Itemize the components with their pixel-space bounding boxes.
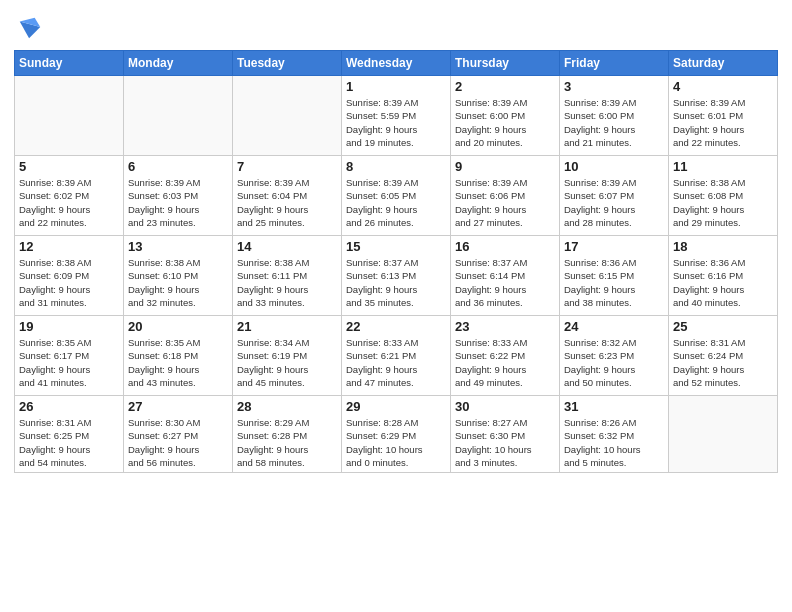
day-number: 9	[455, 159, 555, 174]
day-info: Sunrise: 8:26 AM Sunset: 6:32 PM Dayligh…	[564, 416, 664, 469]
day-number: 30	[455, 399, 555, 414]
calendar-cell	[15, 76, 124, 156]
day-number: 8	[346, 159, 446, 174]
calendar-cell: 14Sunrise: 8:38 AM Sunset: 6:11 PM Dayli…	[233, 236, 342, 316]
day-info: Sunrise: 8:35 AM Sunset: 6:18 PM Dayligh…	[128, 336, 228, 389]
calendar-cell	[124, 76, 233, 156]
day-number: 7	[237, 159, 337, 174]
calendar-cell: 16Sunrise: 8:37 AM Sunset: 6:14 PM Dayli…	[451, 236, 560, 316]
weekday-header-saturday: Saturday	[669, 51, 778, 76]
day-number: 2	[455, 79, 555, 94]
day-number: 15	[346, 239, 446, 254]
day-number: 13	[128, 239, 228, 254]
day-number: 21	[237, 319, 337, 334]
calendar-cell: 21Sunrise: 8:34 AM Sunset: 6:19 PM Dayli…	[233, 316, 342, 396]
day-number: 27	[128, 399, 228, 414]
day-number: 12	[19, 239, 119, 254]
day-info: Sunrise: 8:31 AM Sunset: 6:24 PM Dayligh…	[673, 336, 773, 389]
calendar-cell: 1Sunrise: 8:39 AM Sunset: 5:59 PM Daylig…	[342, 76, 451, 156]
calendar-cell: 19Sunrise: 8:35 AM Sunset: 6:17 PM Dayli…	[15, 316, 124, 396]
day-info: Sunrise: 8:39 AM Sunset: 6:02 PM Dayligh…	[19, 176, 119, 229]
day-info: Sunrise: 8:36 AM Sunset: 6:16 PM Dayligh…	[673, 256, 773, 309]
day-info: Sunrise: 8:39 AM Sunset: 5:59 PM Dayligh…	[346, 96, 446, 149]
calendar-cell: 28Sunrise: 8:29 AM Sunset: 6:28 PM Dayli…	[233, 396, 342, 473]
calendar-cell: 25Sunrise: 8:31 AM Sunset: 6:24 PM Dayli…	[669, 316, 778, 396]
day-number: 5	[19, 159, 119, 174]
weekday-header-monday: Monday	[124, 51, 233, 76]
day-info: Sunrise: 8:33 AM Sunset: 6:22 PM Dayligh…	[455, 336, 555, 389]
calendar-cell: 4Sunrise: 8:39 AM Sunset: 6:01 PM Daylig…	[669, 76, 778, 156]
calendar-cell: 15Sunrise: 8:37 AM Sunset: 6:13 PM Dayli…	[342, 236, 451, 316]
day-info: Sunrise: 8:39 AM Sunset: 6:07 PM Dayligh…	[564, 176, 664, 229]
weekday-header-thursday: Thursday	[451, 51, 560, 76]
calendar-cell: 27Sunrise: 8:30 AM Sunset: 6:27 PM Dayli…	[124, 396, 233, 473]
day-info: Sunrise: 8:27 AM Sunset: 6:30 PM Dayligh…	[455, 416, 555, 469]
calendar-cell: 31Sunrise: 8:26 AM Sunset: 6:32 PM Dayli…	[560, 396, 669, 473]
calendar-week-1: 1Sunrise: 8:39 AM Sunset: 5:59 PM Daylig…	[15, 76, 778, 156]
day-number: 1	[346, 79, 446, 94]
weekday-header-friday: Friday	[560, 51, 669, 76]
day-info: Sunrise: 8:39 AM Sunset: 6:06 PM Dayligh…	[455, 176, 555, 229]
day-number: 20	[128, 319, 228, 334]
day-number: 18	[673, 239, 773, 254]
calendar-cell: 8Sunrise: 8:39 AM Sunset: 6:05 PM Daylig…	[342, 156, 451, 236]
day-info: Sunrise: 8:28 AM Sunset: 6:29 PM Dayligh…	[346, 416, 446, 469]
weekday-header-tuesday: Tuesday	[233, 51, 342, 76]
day-info: Sunrise: 8:39 AM Sunset: 6:04 PM Dayligh…	[237, 176, 337, 229]
day-info: Sunrise: 8:29 AM Sunset: 6:28 PM Dayligh…	[237, 416, 337, 469]
weekday-header-sunday: Sunday	[15, 51, 124, 76]
day-number: 19	[19, 319, 119, 334]
day-number: 23	[455, 319, 555, 334]
logo	[14, 14, 44, 42]
day-info: Sunrise: 8:37 AM Sunset: 6:13 PM Dayligh…	[346, 256, 446, 309]
calendar-cell: 11Sunrise: 8:38 AM Sunset: 6:08 PM Dayli…	[669, 156, 778, 236]
calendar-cell: 20Sunrise: 8:35 AM Sunset: 6:18 PM Dayli…	[124, 316, 233, 396]
day-info: Sunrise: 8:39 AM Sunset: 6:00 PM Dayligh…	[564, 96, 664, 149]
calendar-cell: 2Sunrise: 8:39 AM Sunset: 6:00 PM Daylig…	[451, 76, 560, 156]
calendar: SundayMondayTuesdayWednesdayThursdayFrid…	[14, 50, 778, 473]
calendar-cell	[233, 76, 342, 156]
day-info: Sunrise: 8:39 AM Sunset: 6:03 PM Dayligh…	[128, 176, 228, 229]
calendar-cell: 13Sunrise: 8:38 AM Sunset: 6:10 PM Dayli…	[124, 236, 233, 316]
day-number: 24	[564, 319, 664, 334]
day-info: Sunrise: 8:32 AM Sunset: 6:23 PM Dayligh…	[564, 336, 664, 389]
day-info: Sunrise: 8:39 AM Sunset: 6:00 PM Dayligh…	[455, 96, 555, 149]
calendar-cell: 5Sunrise: 8:39 AM Sunset: 6:02 PM Daylig…	[15, 156, 124, 236]
calendar-cell: 10Sunrise: 8:39 AM Sunset: 6:07 PM Dayli…	[560, 156, 669, 236]
calendar-cell: 29Sunrise: 8:28 AM Sunset: 6:29 PM Dayli…	[342, 396, 451, 473]
calendar-cell: 6Sunrise: 8:39 AM Sunset: 6:03 PM Daylig…	[124, 156, 233, 236]
day-number: 25	[673, 319, 773, 334]
calendar-cell: 12Sunrise: 8:38 AM Sunset: 6:09 PM Dayli…	[15, 236, 124, 316]
day-number: 31	[564, 399, 664, 414]
day-number: 28	[237, 399, 337, 414]
calendar-cell: 24Sunrise: 8:32 AM Sunset: 6:23 PM Dayli…	[560, 316, 669, 396]
calendar-cell: 7Sunrise: 8:39 AM Sunset: 6:04 PM Daylig…	[233, 156, 342, 236]
calendar-week-5: 26Sunrise: 8:31 AM Sunset: 6:25 PM Dayli…	[15, 396, 778, 473]
calendar-cell: 17Sunrise: 8:36 AM Sunset: 6:15 PM Dayli…	[560, 236, 669, 316]
calendar-week-4: 19Sunrise: 8:35 AM Sunset: 6:17 PM Dayli…	[15, 316, 778, 396]
header	[14, 10, 778, 42]
day-info: Sunrise: 8:38 AM Sunset: 6:09 PM Dayligh…	[19, 256, 119, 309]
day-info: Sunrise: 8:35 AM Sunset: 6:17 PM Dayligh…	[19, 336, 119, 389]
weekday-header-row: SundayMondayTuesdayWednesdayThursdayFrid…	[15, 51, 778, 76]
day-number: 6	[128, 159, 228, 174]
calendar-cell: 22Sunrise: 8:33 AM Sunset: 6:21 PM Dayli…	[342, 316, 451, 396]
day-info: Sunrise: 8:33 AM Sunset: 6:21 PM Dayligh…	[346, 336, 446, 389]
day-info: Sunrise: 8:39 AM Sunset: 6:01 PM Dayligh…	[673, 96, 773, 149]
logo-icon	[16, 14, 44, 42]
page-container: SundayMondayTuesdayWednesdayThursdayFrid…	[0, 0, 792, 479]
weekday-header-wednesday: Wednesday	[342, 51, 451, 76]
day-number: 16	[455, 239, 555, 254]
day-number: 22	[346, 319, 446, 334]
day-info: Sunrise: 8:31 AM Sunset: 6:25 PM Dayligh…	[19, 416, 119, 469]
day-info: Sunrise: 8:38 AM Sunset: 6:11 PM Dayligh…	[237, 256, 337, 309]
day-number: 14	[237, 239, 337, 254]
day-info: Sunrise: 8:34 AM Sunset: 6:19 PM Dayligh…	[237, 336, 337, 389]
day-info: Sunrise: 8:39 AM Sunset: 6:05 PM Dayligh…	[346, 176, 446, 229]
calendar-cell: 23Sunrise: 8:33 AM Sunset: 6:22 PM Dayli…	[451, 316, 560, 396]
calendar-week-2: 5Sunrise: 8:39 AM Sunset: 6:02 PM Daylig…	[15, 156, 778, 236]
day-number: 4	[673, 79, 773, 94]
calendar-cell	[669, 396, 778, 473]
calendar-cell: 9Sunrise: 8:39 AM Sunset: 6:06 PM Daylig…	[451, 156, 560, 236]
day-number: 10	[564, 159, 664, 174]
